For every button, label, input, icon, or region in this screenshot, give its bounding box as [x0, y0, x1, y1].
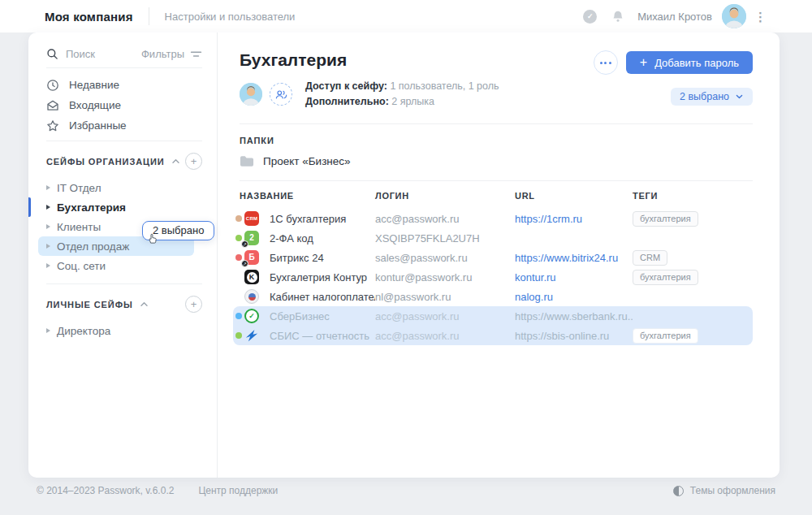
content-divider	[240, 180, 753, 181]
color-label-dot	[235, 313, 242, 319]
selected-count-dropdown[interactable]: 2 выбрано	[671, 88, 753, 106]
inbox-icon	[46, 99, 59, 112]
password-name[interactable]: СберБизнес	[270, 310, 375, 322]
password-url-link[interactable]: https://www.sberbank.ru...	[515, 310, 633, 322]
sberbusiness-icon: ✓	[244, 309, 259, 323]
plus-icon: +	[640, 56, 647, 69]
org-vaults-section-title: СЕЙФЫ ОРГАНИЗАЦИИ	[46, 157, 165, 167]
user-name[interactable]: Михаил Кротов	[637, 11, 712, 23]
folder-name: Проект «Бизнес»	[263, 155, 351, 167]
password-login: kontur@passwork.ru	[375, 271, 515, 283]
bitrix24-icon: Б↗	[244, 250, 259, 265]
1c-crm-icon: CRM	[244, 211, 259, 226]
expand-arrow-icon[interactable]	[46, 328, 50, 333]
column-header-url[interactable]: URL	[515, 191, 633, 201]
2fa-icon: 2↗	[244, 231, 259, 245]
sidebar: Фильтры Недавние Входящие И	[28, 32, 218, 478]
themes-button[interactable]: Темы оформления	[673, 485, 775, 496]
more-actions-button[interactable]	[594, 50, 618, 75]
topbar: Моя компания Настройки и пользователи ✓ …	[0, 0, 812, 32]
grab-cursor-icon	[146, 232, 158, 245]
password-name[interactable]: Битрикс 24	[270, 252, 375, 264]
password-url-link[interactable]: https://sbis-online.ru	[515, 330, 609, 342]
search-input[interactable]	[66, 48, 132, 60]
password-login: nl@passwork.ru	[375, 291, 515, 303]
password-url-link[interactable]: https://1crm.ru	[515, 213, 582, 225]
password-name[interactable]: 2-ФА код	[270, 232, 375, 245]
password-login: sales@passwork.ru	[375, 252, 515, 264]
expand-arrow-icon[interactable]	[46, 244, 50, 249]
chevron-down-icon	[735, 93, 744, 100]
password-url-link[interactable]: kontur.ru	[515, 271, 556, 283]
roles-group-icon[interactable]	[270, 83, 292, 106]
sidebar-item-incoming[interactable]: Входящие	[46, 95, 202, 115]
color-label-dot	[235, 254, 242, 261]
sidebar-divider	[46, 141, 202, 141]
password-name[interactable]: Кабинет налогоплательщ...	[270, 291, 375, 303]
sidebar-item-recent[interactable]: Недавние	[46, 75, 202, 95]
kebab-menu-icon[interactable]: ⋮	[754, 11, 767, 23]
content-divider	[240, 123, 753, 124]
user-avatar[interactable]	[722, 4, 746, 28]
column-header-login[interactable]: ЛОГИН	[375, 191, 515, 201]
password-name[interactable]: Бухгалетрия Контур	[270, 271, 375, 283]
table-row[interactable]: K Бухгалетрия Контур kontur@passwork.ru …	[233, 267, 753, 287]
password-url-link[interactable]: https://www.bitrix24.ru	[515, 252, 618, 264]
main-card: Фильтры Недавние Входящие И	[28, 32, 780, 478]
expand-arrow-icon[interactable]	[46, 224, 50, 229]
tag-pill: CRM	[633, 250, 667, 266]
add-org-vault-button[interactable]: +	[185, 153, 202, 170]
password-name[interactable]: 1С бухгалтерия	[270, 213, 375, 225]
column-header-tags[interactable]: ТЕГИ	[633, 191, 753, 201]
sidebar-item-buhgalteria[interactable]: Бухгалтерия	[38, 197, 194, 217]
table-row[interactable]: Б↗ Битрикс 24 sales@passwork.ru https://…	[233, 248, 753, 267]
sidebar-item-favorites[interactable]: Избранные	[46, 115, 202, 136]
table-row[interactable]: CRM 1С бухгалтерия acc@passwork.ru https…	[233, 209, 753, 228]
tag-pill: бухгалтерия	[633, 270, 698, 285]
personal-vaults-section-title: ЛИЧНЫЕ СЕЙФЫ	[46, 300, 133, 309]
sbis-icon	[244, 328, 259, 343]
topbar-divider	[149, 7, 149, 25]
sidebar-item-direktora[interactable]: Директора	[38, 321, 194, 340]
add-password-button[interactable]: + Добавить пароль	[626, 51, 753, 74]
color-label-dot	[235, 235, 242, 241]
support-link[interactable]: Центр поддержки	[198, 485, 278, 496]
nav-settings-and-users[interactable]: Настройки и пользователи	[165, 11, 296, 23]
expand-arrow-icon[interactable]	[46, 205, 50, 210]
password-login: XSQIBP75FKLA2U7H	[375, 232, 515, 245]
column-header-name[interactable]: НАЗВАНИЕ	[240, 191, 375, 201]
color-label-dot	[235, 332, 242, 339]
chevron-up-icon[interactable]	[140, 301, 149, 308]
table-row[interactable]: СБИС — отчетность acc@passwork.ru https:…	[233, 326, 753, 345]
check-circle-icon[interactable]: ✓	[583, 10, 597, 24]
tag-pill: бухгалтерия	[633, 328, 698, 344]
color-label-dot	[235, 215, 242, 222]
password-login: acc@passwork.ru	[375, 330, 515, 342]
expand-arrow-icon[interactable]	[46, 185, 50, 190]
sidebar-item-soc-seti[interactable]: Соц. сети	[38, 256, 194, 275]
folders-section-label: ПАПКИ	[240, 136, 753, 145]
extra-value: 2 ярлыка	[391, 96, 434, 107]
vault-user-avatar[interactable]	[240, 83, 262, 106]
expand-arrow-icon[interactable]	[46, 263, 50, 268]
copyright-text: © 2014–2023 Passwork, v.6.0.2	[37, 485, 174, 496]
table-row[interactable]: 2↗ 2-ФА код XSQIBP75FKLA2U7H	[233, 228, 753, 248]
table-row[interactable]: Кабинет налогоплательщ... nl@passwork.ru…	[233, 287, 753, 306]
bell-icon[interactable]	[611, 10, 624, 23]
password-table-rows: CRM 1С бухгалтерия acc@passwork.ru https…	[240, 209, 753, 345]
table-header: НАЗВАНИЕ ЛОГИН URL ТЕГИ	[240, 191, 753, 201]
filters-button[interactable]: Фильтры	[141, 48, 202, 60]
folder-icon	[240, 155, 254, 167]
sidebar-item-it-otdel[interactable]: IT Отдел	[38, 178, 194, 197]
password-name[interactable]: СБИС — отчетность	[270, 330, 375, 342]
folder-item[interactable]: Проект «Бизнес»	[240, 153, 753, 169]
personal-vaults-tree: Директора	[28, 321, 217, 340]
shortcut-arrow-icon: ↗	[241, 240, 248, 248]
app-logo[interactable]: Моя компания	[45, 10, 133, 24]
add-personal-vault-button[interactable]: +	[185, 296, 202, 313]
password-login: acc@passwork.ru	[375, 213, 515, 225]
password-url-link[interactable]: nalog.ru	[515, 291, 553, 303]
chevron-up-icon[interactable]	[171, 158, 180, 165]
table-row[interactable]: ✓ СберБизнес acc@passwork.ru https://www…	[233, 306, 753, 326]
shortcut-arrow-icon: ↗	[241, 260, 248, 267]
